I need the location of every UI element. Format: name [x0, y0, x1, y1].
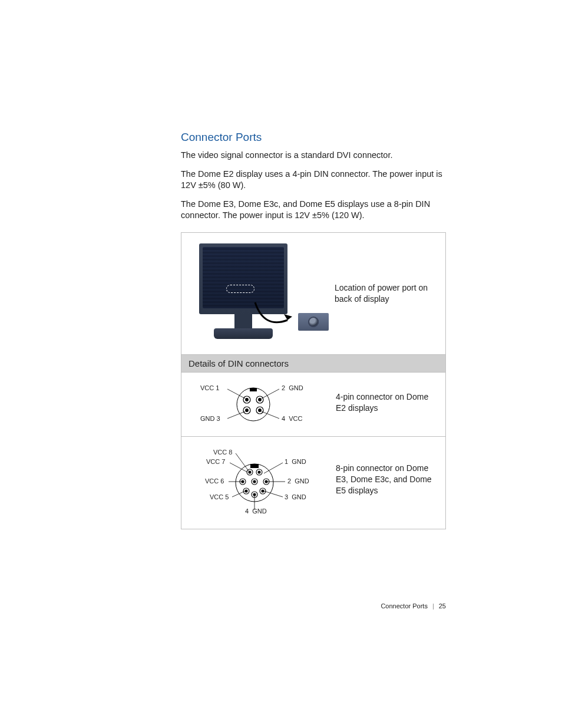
- pin-label: VCC 1: [200, 384, 219, 391]
- pin-label: GND 3: [200, 415, 220, 422]
- page-footer: Connector Ports | 25: [381, 602, 446, 610]
- eight-pin-diagram: VCC 8 VCC 7 VCC 6 VCC 5 1 GND 2 GND 3 GN…: [189, 445, 336, 521]
- pin-label: 1 GND: [285, 458, 306, 465]
- section-heading: Connector Ports: [181, 131, 446, 144]
- svg-line-10: [227, 389, 245, 398]
- pin-label: 2 GND: [287, 477, 309, 485]
- pin-label: 3 GND: [285, 493, 306, 500]
- body-paragraph: The Dome E2 display uses a 4-pin DIN con…: [181, 169, 446, 192]
- svg-point-23: [253, 480, 256, 483]
- svg-point-25: [265, 480, 267, 483]
- svg-line-12: [227, 411, 245, 419]
- pin-label: 4 VCC: [282, 415, 302, 422]
- four-pin-row: VCC 1 2 GND GND 3 4 VCC 4-pin connector …: [181, 373, 445, 436]
- pin-label: VCC 5: [210, 493, 229, 500]
- eight-pin-row: VCC 8 VCC 7 VCC 6 VCC 5 1 GND 2 GND 3 GN…: [181, 436, 445, 529]
- body-paragraph: The Dome E3, Dome E3c, and Dome E5 displ…: [181, 199, 446, 222]
- svg-line-35: [232, 491, 245, 497]
- pin-label: VCC 6: [205, 477, 224, 485]
- svg-line-13: [262, 411, 279, 419]
- svg-point-19: [258, 471, 260, 473]
- svg-point-27: [245, 490, 247, 492]
- pin-label: VCC 8: [213, 449, 232, 456]
- pin-label: VCC 7: [206, 458, 225, 465]
- svg-point-0: [237, 388, 270, 421]
- power-port-zoom: [298, 313, 329, 331]
- body-paragraph: The video signal connector is a standard…: [181, 150, 446, 162]
- callout-arrow-icon: [252, 299, 299, 335]
- pin-label: 4 GND: [245, 508, 267, 515]
- svg-point-9: [259, 409, 262, 412]
- svg-point-29: [253, 493, 256, 496]
- svg-rect-1: [250, 388, 257, 391]
- svg-line-36: [264, 463, 283, 473]
- svg-point-3: [246, 398, 249, 401]
- svg-line-33: [230, 463, 247, 472]
- footer-page-number: 25: [439, 602, 446, 610]
- figure-caption: 4-pin connector on Dome E2 displays: [336, 381, 438, 414]
- figure-subheading: Details of DIN connectors: [181, 354, 445, 373]
- figure-photo-row: Location of power port on back of displa…: [181, 233, 445, 354]
- svg-point-31: [262, 490, 264, 492]
- svg-line-38: [264, 491, 283, 497]
- figure-container: Location of power port on back of displa…: [181, 232, 446, 529]
- svg-point-17: [249, 471, 251, 473]
- footer-separator-icon: |: [432, 602, 434, 610]
- figure-caption: Location of power port on back of displa…: [329, 282, 434, 305]
- figure-caption: 8-pin connector on Dome E3, Dome E3c, an…: [336, 445, 438, 496]
- svg-point-7: [246, 409, 249, 412]
- four-pin-diagram: VCC 1 2 GND GND 3 4 VCC: [189, 381, 336, 428]
- pin-label: 2 GND: [282, 384, 303, 391]
- monitor-back-illustration: [193, 243, 329, 344]
- svg-line-11: [262, 389, 279, 398]
- svg-point-21: [242, 480, 244, 483]
- svg-point-5: [259, 398, 262, 401]
- footer-section: Connector Ports: [381, 602, 427, 610]
- svg-rect-15: [250, 464, 259, 468]
